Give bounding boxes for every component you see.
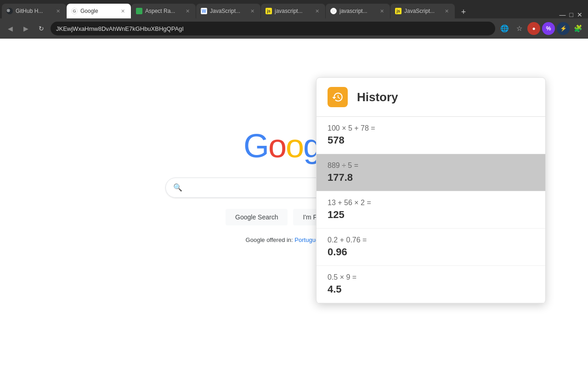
address-input[interactable] [51,22,495,35]
tab-js1-close[interactable]: ✕ [249,7,256,15]
history-entries: 100 × 5 + 78 = 578 889 ÷ 5 = 177.8 13 + … [317,117,545,303]
google-search-button[interactable]: Google Search [226,209,288,225]
entry-expression-0: 100 × 5 + 78 = [328,124,534,132]
history-entry-1[interactable]: 889 ÷ 5 = 177.8 [317,154,545,191]
extension-red-icon[interactable]: ● [527,22,540,35]
bookmark-icon[interactable]: ☆ [513,22,526,35]
tab-js4-close[interactable]: ✕ [443,7,450,15]
history-entry-2[interactable]: 13 + 56 × 2 = 125 [317,191,545,229]
maximize-button[interactable]: □ [570,11,573,18]
entry-result-4: 4.5 [328,283,534,295]
forward-button[interactable]: ▶ [19,22,32,35]
browser-chrome: ⊗ GitHub H... ✕ G Google ✕ Aspect Ra... … [0,0,588,39]
history-entry-3[interactable]: 0.2 + 0.76 = 0.96 [317,229,545,266]
github-favicon: ⊗ [6,8,13,14]
translate-icon[interactable]: 🌐 [498,22,511,35]
window-controls: — □ ✕ [560,11,586,18]
entry-expression-1: 889 ÷ 5 = [328,161,534,170]
js1-favicon: W [201,8,207,14]
js4-favicon: js [395,8,401,14]
history-panel: History 100 × 5 + 78 = 578 889 ÷ 5 = 177… [316,77,546,304]
search-icon: 🔍 [173,183,182,192]
entry-expression-3: 0.2 + 0.76 = [328,236,534,244]
tab-js1-title: JavaScript... [210,8,246,14]
tab-github-title: GitHub H... [16,8,51,14]
aspect-favicon [136,8,142,14]
tab-aspect-close[interactable]: ✕ [184,7,191,15]
tab-aspect-title: Aspect Ra... [145,8,181,14]
js3-favicon: G [330,8,337,14]
logo-o2: o [286,127,303,165]
tab-aspect[interactable]: Aspect Ra... ✕ [131,4,196,18]
lightning-icon[interactable]: ⚡ [557,22,570,35]
logo-g: G [243,127,268,165]
entry-result-1: 177.8 [328,172,534,184]
google-favicon: G [71,8,78,14]
entry-result-2: 125 [328,209,534,221]
minimize-button[interactable]: — [560,11,566,18]
entry-result-3: 0.96 [328,246,534,258]
tab-js2-close[interactable]: ✕ [313,7,321,15]
tab-js3-title: javascript... [339,8,375,14]
tab-google-title: Google [80,8,116,14]
back-button[interactable]: ◀ [4,22,17,35]
history-header: History [317,78,545,117]
percent-icon[interactable]: % [542,22,555,35]
tab-js3[interactable]: G javascript... ✕ [326,4,390,18]
tab-github-close[interactable]: ✕ [54,7,62,15]
history-icon-container [328,87,348,107]
history-clock-icon [332,91,344,103]
entry-expression-4: 0.5 × 9 = [328,273,534,282]
puzzle-icon[interactable]: 🧩 [571,22,584,35]
history-entry-0[interactable]: 100 × 5 + 78 = 578 [317,117,545,154]
history-title: History [357,90,398,104]
tab-js2[interactable]: js javascript... ✕ [261,4,325,18]
logo-o1: o [268,127,286,165]
offered-in-text: Google offered in: [246,236,293,243]
tab-js3-close[interactable]: ✕ [378,7,385,15]
tab-js1[interactable]: W JavaScript... ✕ [196,4,260,18]
refresh-button[interactable]: ↻ [35,22,48,35]
tab-bar: ⊗ GitHub H... ✕ G Google ✕ Aspect Ra... … [0,0,588,18]
tab-google[interactable]: G Google ✕ [67,4,131,18]
history-entry-4[interactable]: 0.5 × 9 = 4.5 [317,266,545,303]
tab-google-close[interactable]: ✕ [119,7,126,15]
new-tab-button[interactable]: + [457,6,470,18]
tab-github[interactable]: ⊗ GitHub H... ✕ [2,4,66,18]
tab-js4-title: JavaScript... [404,8,440,14]
address-bar: ◀ ▶ ↻ 🌐 ☆ ● % ⚡ 🧩 [0,18,588,39]
page-content: G o o g l e 🔍 Google Search I'm Feeling … [0,39,588,368]
entry-result-0: 578 [328,134,534,146]
toolbar-icons: 🌐 ☆ ● % ⚡ 🧩 [498,22,584,35]
js2-favicon: js [266,8,272,14]
tab-js4[interactable]: js JavaScript... ✕ [390,4,455,18]
tab-js2-title: javascript... [275,8,311,14]
entry-expression-2: 13 + 56 × 2 = [328,199,534,207]
close-window-button[interactable]: ✕ [577,11,582,18]
